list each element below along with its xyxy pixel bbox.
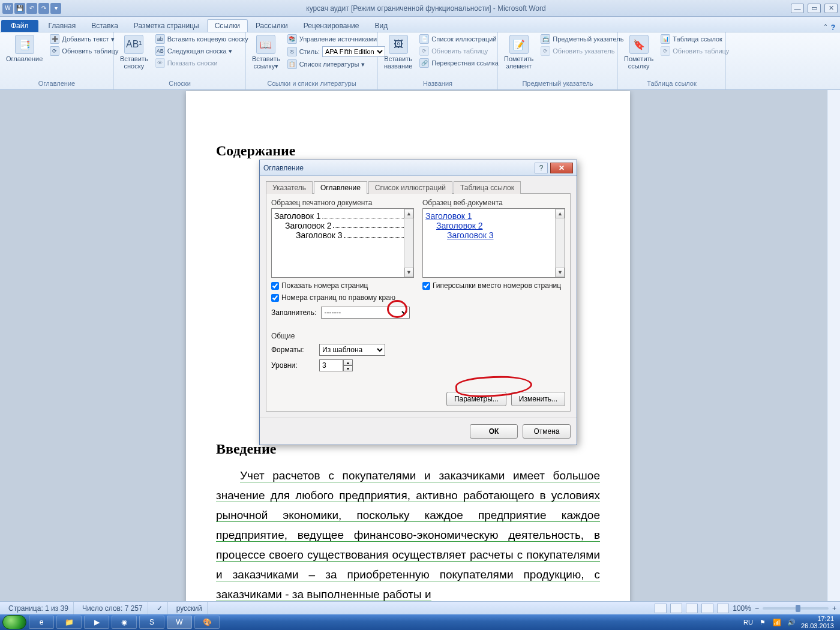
status-proofing[interactable]: ✓ <box>152 602 168 614</box>
update-index-button[interactable]: ⟳Обновить указатель <box>539 46 625 56</box>
footnote-icon: AB¹ <box>124 35 143 54</box>
heading-contents: Содержание <box>216 143 600 159</box>
file-tab[interactable]: Файл <box>1 20 38 32</box>
window-title: курсач аудит [Режим ограниченной функцио… <box>61 4 791 13</box>
tab-home[interactable]: Главная <box>41 19 84 32</box>
undo-icon[interactable]: ↶ <box>26 3 37 14</box>
tray-lang[interactable]: RU <box>743 619 753 626</box>
tab-review[interactable]: Рецензирование <box>296 19 367 32</box>
right-align-checkbox[interactable] <box>271 294 279 302</box>
cancel-button[interactable]: Отмена <box>523 424 571 439</box>
table-of-figures-button[interactable]: 📄Список иллюстраций <box>418 34 500 44</box>
modify-button[interactable]: Изменить... <box>511 392 565 406</box>
print-preview-label: Образец печатного документа <box>271 199 414 207</box>
tray-flag-icon[interactable]: ⚑ <box>758 617 767 627</box>
restore-button[interactable]: ▭ <box>808 4 821 13</box>
add-text-button[interactable]: ➕Добавить текст ▾ <box>49 34 119 44</box>
group-footnotes-label: Сноски <box>118 79 242 89</box>
show-page-numbers-checkbox[interactable] <box>271 282 279 290</box>
mark-citation-button[interactable]: 🔖 Пометить ссылку <box>622 34 656 71</box>
hyperlinks-checkbox[interactable] <box>422 282 430 290</box>
manage-sources-button[interactable]: 📚Управление источниками <box>286 34 386 44</box>
title-bar: W 💾 ↶ ↷ ▾ курсач аудит [Режим ограниченн… <box>0 0 840 17</box>
dialog-title: Оглавление <box>263 164 535 172</box>
group-toc-label: Оглавление <box>4 79 110 89</box>
tab-insert[interactable]: Вставка <box>83 19 126 32</box>
update-toc-button[interactable]: ⟳Обновить таблицу <box>49 46 119 56</box>
tab-leader-select[interactable]: ------- <box>321 307 410 319</box>
view-outline-icon[interactable] <box>701 604 713 613</box>
web-preview-label: Образец веб-документа <box>422 199 565 207</box>
dialog-tab-toc[interactable]: Оглавление <box>314 181 367 194</box>
web-preview: Заголовок 1 Заголовок 2 Заголовок 3 ▲▼ <box>422 208 565 278</box>
insert-caption-button[interactable]: 🖼 Вставить название <box>382 34 415 71</box>
next-footnote-button[interactable]: ABСледующая сноска ▾ <box>154 46 250 56</box>
citation-style-select[interactable]: SСтиль:APA Fifth Edition <box>286 46 386 58</box>
status-page[interactable]: Страница: 1 из 39 <box>4 602 74 614</box>
toc-icon: 📑 <box>15 35 34 54</box>
dialog-close-button[interactable]: ✕ <box>550 163 573 173</box>
view-web-icon[interactable] <box>686 604 698 613</box>
tab-page-layout[interactable]: Разметка страницы <box>126 19 207 32</box>
dialog-help-button[interactable]: ? <box>535 163 548 173</box>
tab-view[interactable]: Вид <box>367 19 395 32</box>
start-button[interactable] <box>2 615 26 629</box>
taskbar: e 📁 ▶ ◉ S W 🎨 RU ⚑ 📶 🔊 17:2126.03.2013 <box>0 614 840 630</box>
task-chrome-icon[interactable]: ◉ <box>112 616 137 629</box>
sources-icon: 📚 <box>287 34 297 44</box>
ribbon-minimize-icon[interactable]: ˄ <box>824 23 827 32</box>
status-bar: Страница: 1 из 39 Число слов: 7 257 ✓ ру… <box>0 601 840 614</box>
task-word-icon[interactable]: W <box>167 616 192 629</box>
toc-button[interactable]: 📑 Оглавление <box>4 34 45 64</box>
tray-network-icon[interactable]: 📶 <box>772 617 782 627</box>
table-authorities-button[interactable]: 📊Таблица ссылок <box>659 34 730 44</box>
tab-references[interactable]: Ссылки <box>207 19 248 32</box>
view-full-screen-icon[interactable] <box>670 604 682 613</box>
qat-more-icon[interactable]: ▾ <box>50 3 61 14</box>
update-figures-button[interactable]: ⟳Обновить таблицу <box>418 46 500 56</box>
status-words[interactable]: Число слов: 7 257 <box>77 602 148 614</box>
view-print-layout-icon[interactable] <box>655 604 667 613</box>
show-notes-button[interactable]: 👁Показать сноски <box>154 58 250 68</box>
tray-clock[interactable]: 17:2126.03.2013 <box>801 615 834 629</box>
task-explorer-icon[interactable]: 📁 <box>56 616 82 629</box>
print-preview: Заголовок 11 Заголовок 23 Заголовок 35 ▲… <box>271 208 414 278</box>
insert-citation-button[interactable]: 📖 Вставить ссылку▾ <box>250 34 283 71</box>
dialog-tab-figures[interactable]: Список иллюстраций <box>368 181 452 194</box>
zoom-value[interactable]: 100% <box>733 604 751 613</box>
bibliography-button[interactable]: 📋Список литературы ▾ <box>286 59 386 70</box>
cross-reference-button[interactable]: 🔗Перекрестная ссылка <box>418 58 500 68</box>
levels-spinner[interactable]: ▲▼ <box>319 359 353 371</box>
help-icon[interactable]: ? <box>831 23 835 32</box>
options-button[interactable]: Параметры... <box>446 392 506 406</box>
zoom-out-button[interactable]: − <box>755 604 759 613</box>
vertical-scrollbar[interactable] <box>827 90 840 601</box>
insert-endnote-button[interactable]: abВставить концевую сноску <box>154 34 250 44</box>
formats-select[interactable]: Из шаблона <box>319 344 385 356</box>
ok-button[interactable]: ОК <box>470 424 518 439</box>
insert-index-button[interactable]: 📇Предметный указатель <box>539 34 625 44</box>
task-ie-icon[interactable]: e <box>29 616 54 629</box>
dialog-tab-authorities[interactable]: Таблица ссылок <box>454 181 521 194</box>
task-paint-icon[interactable]: 🎨 <box>194 616 220 629</box>
tab-mailings[interactable]: Рассылки <box>248 19 296 32</box>
task-skype-icon[interactable]: S <box>139 616 164 629</box>
redo-icon[interactable]: ↷ <box>38 3 49 14</box>
update-toa-button[interactable]: ⟳Обновить таблицу <box>659 46 730 56</box>
mark-entry-button[interactable]: 📝 Пометить элемент <box>502 34 536 71</box>
view-draft-icon[interactable] <box>717 604 729 613</box>
close-button[interactable]: ✕ <box>824 4 838 13</box>
status-language[interactable]: русский <box>172 602 208 614</box>
caption-icon: 🖼 <box>389 35 408 54</box>
figures-icon: 📄 <box>419 34 429 44</box>
spin-up-icon[interactable]: ▲ <box>343 359 353 365</box>
task-media-icon[interactable]: ▶ <box>84 616 109 629</box>
insert-footnote-button[interactable]: AB¹ Вставить сноску <box>118 34 151 71</box>
minimize-button[interactable]: — <box>791 4 804 13</box>
zoom-in-button[interactable]: + <box>832 604 836 613</box>
spin-down-icon[interactable]: ▼ <box>343 365 353 371</box>
tray-sound-icon[interactable]: 🔊 <box>787 617 796 627</box>
zoom-slider[interactable] <box>763 607 829 610</box>
save-icon[interactable]: 💾 <box>14 3 25 14</box>
dialog-tab-index[interactable]: Указатель <box>266 181 313 194</box>
